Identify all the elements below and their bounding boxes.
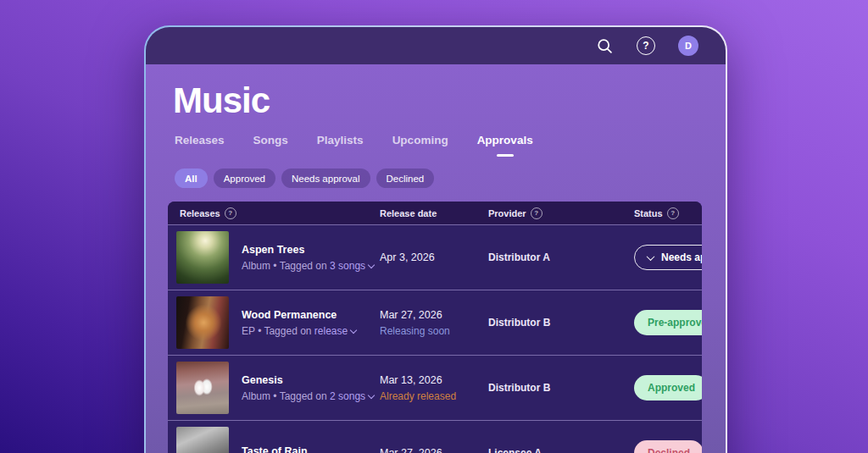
filter-chip-needs-approval[interactable]: Needs approval: [281, 168, 370, 188]
table-row[interactable]: Taste of Rain Mar 27, 2026 Licensee A De…: [168, 420, 702, 453]
release-subtitle: Album • Tagged on 2 songs: [242, 390, 374, 402]
provider: Distributor B: [488, 382, 634, 394]
top-bar: ? D: [146, 27, 726, 64]
provider: Distributor B: [488, 317, 634, 329]
avatar[interactable]: D: [678, 36, 698, 56]
tab-upcoming[interactable]: Upcoming: [392, 134, 448, 157]
column-header-provider: Provider ?: [488, 207, 634, 219]
tab-approvals[interactable]: Approvals: [477, 134, 533, 157]
provider: Licensee A: [488, 447, 634, 453]
release-date-note: Releasing soon: [380, 325, 488, 337]
filter-chips: All Approved Needs approval Declined: [175, 168, 704, 188]
releases-table: Releases ? Release date Provider ? Statu…: [168, 202, 702, 453]
column-header-release-date: Release date: [380, 208, 488, 218]
tab-songs[interactable]: Songs: [253, 134, 288, 157]
needs-approval-dropdown-button[interactable]: Needs approval: [634, 245, 702, 270]
release-title: Aspen Trees: [242, 244, 374, 256]
tagged-songs-link[interactable]: 2 songs: [330, 390, 365, 402]
chevron-down-icon: [368, 391, 375, 398]
filter-chip-approved[interactable]: Approved: [214, 168, 275, 188]
table-row[interactable]: Genesis Album • Tagged on 2 songs Mar 13…: [168, 355, 702, 420]
help-icon[interactable]: ?: [667, 207, 679, 219]
search-icon[interactable]: [596, 37, 614, 55]
tab-playlists[interactable]: Playlists: [317, 134, 364, 157]
table-row[interactable]: Aspen Trees Album • Tagged on 3 songs Ap…: [168, 224, 702, 290]
album-art: [176, 231, 229, 284]
album-art: [176, 296, 229, 349]
tab-bar: Releases Songs Playlists Upcoming Approv…: [175, 134, 704, 157]
status-badge: Pre-approved: [634, 310, 702, 335]
chevron-down-icon: [647, 252, 655, 261]
release-subtitle: EP • Tagged on release: [242, 325, 356, 337]
help-icon[interactable]: ?: [637, 36, 655, 55]
chevron-down-icon: [350, 326, 357, 333]
release-subtitle: Album • Tagged on 3 songs: [242, 260, 374, 272]
provider: Distributor A: [488, 251, 634, 263]
status-badge: Approved: [634, 375, 702, 401]
release-title: Genesis: [242, 374, 374, 386]
app-window: ? D Music Releases Songs Playlists Upcom…: [144, 25, 727, 453]
tagged-release-link[interactable]: release: [314, 325, 348, 337]
tagged-songs-link[interactable]: 3 songs: [330, 260, 365, 272]
chevron-down-icon: [368, 261, 375, 268]
release-date: Mar 27, 2026: [380, 309, 488, 321]
release-date: Mar 13, 2026: [380, 374, 488, 386]
window-body: ? D Music Releases Songs Playlists Upcom…: [146, 27, 726, 453]
release-title: Wood Permanence: [242, 309, 356, 321]
table-row[interactable]: Wood Permanence EP • Tagged on release M…: [168, 290, 702, 355]
status-badge: Declined: [634, 440, 702, 453]
filter-chip-declined[interactable]: Declined: [376, 168, 435, 188]
tab-releases[interactable]: Releases: [175, 134, 225, 157]
filter-chip-all[interactable]: All: [175, 168, 208, 188]
release-date-note: Already released: [380, 390, 488, 402]
column-header-releases: Releases ?: [168, 207, 380, 219]
column-header-status: Status ?: [634, 207, 702, 219]
page-content: Music Releases Songs Playlists Upcoming …: [146, 64, 726, 453]
album-art: [176, 427, 229, 453]
release-date: Mar 27, 2026: [380, 447, 488, 453]
release-date: Apr 3, 2026: [380, 251, 488, 263]
table-header: Releases ? Release date Provider ? Statu…: [168, 202, 702, 224]
album-art: [176, 362, 229, 414]
page-title: Music: [173, 83, 704, 119]
release-title: Taste of Rain: [242, 445, 308, 453]
help-icon[interactable]: ?: [225, 207, 236, 219]
help-icon[interactable]: ?: [531, 207, 542, 219]
